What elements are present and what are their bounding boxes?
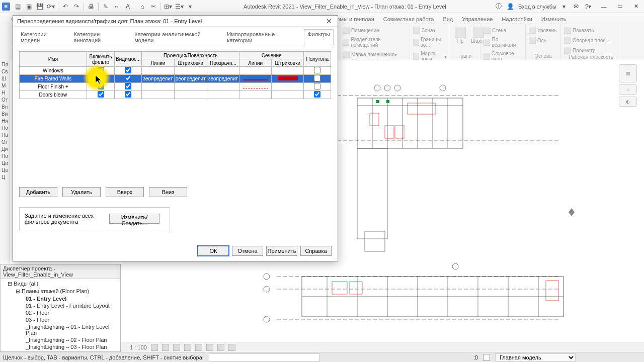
tree-node-7[interactable]: _InsightLighting – 02 - Floor Plan — [2, 336, 119, 343]
visual-style-icon[interactable] — [162, 344, 169, 351]
qat-text[interactable]: A — [123, 2, 132, 11]
rp-wall[interactable]: Пр — [453, 26, 467, 44]
halftone-checkbox[interactable] — [314, 91, 320, 98]
dialog-tab-2[interactable]: Категории аналитической модели — [131, 29, 223, 45]
qat-new[interactable]: ▣ — [24, 2, 33, 11]
user-icon[interactable]: 👤 — [506, 2, 515, 11]
apply-button[interactable]: Применить — [266, 246, 297, 256]
ok-button[interactable]: ОК — [198, 246, 229, 256]
rp-level[interactable]: Уровень — [529, 27, 557, 34]
visibility-checkbox[interactable] — [125, 75, 131, 81]
rp-refplane[interactable]: Опорная плос... — [564, 37, 610, 44]
tree-node-4[interactable]: 02 - Floor — [2, 309, 119, 316]
halftone-checkbox[interactable] — [314, 75, 320, 81]
halftone-checkbox[interactable] — [314, 83, 320, 89]
nav-wheel[interactable]: ◐ — [619, 97, 637, 107]
view-scale[interactable]: 1 : 100 — [130, 344, 147, 350]
revit-icon: R — [2, 3, 10, 11]
login-link[interactable]: Вход в службы — [518, 4, 556, 10]
ribbon-tab-11[interactable]: Вид — [439, 15, 457, 24]
tree-node-5[interactable]: 03 - Floor — [2, 316, 119, 323]
qat-open[interactable]: ▤ — [13, 2, 22, 11]
ribbon-tab-12[interactable]: Управление — [458, 15, 497, 24]
ribbon-tab-14[interactable]: Изменить — [537, 15, 571, 24]
dialog-close-button[interactable]: ✕ — [325, 17, 334, 26]
nav-home[interactable]: ⌂ — [619, 84, 637, 95]
rp-sep[interactable]: Разделитель помещений — [343, 37, 407, 48]
filter-row-2[interactable]: Floor Finish + — [20, 83, 331, 91]
tree-node-2[interactable]: 01 - Entry Level — [2, 295, 119, 302]
ribbon-tab-10[interactable]: Совместная работа — [379, 15, 438, 24]
enable-checkbox[interactable] — [98, 67, 104, 73]
rp-grid[interactable]: Ось — [529, 37, 546, 44]
project-browser-tree[interactable]: ⊟ Виды (all)⊟ Планы этажей (Floor Plan)0… — [1, 279, 120, 357]
info-icon[interactable]: ⓘ — [494, 2, 503, 11]
dialog-tab-3[interactable]: Импортированные категории — [223, 29, 304, 45]
up-button[interactable]: Вверх — [106, 187, 144, 197]
dialog-tab-1[interactable]: Категории аннотаций — [70, 29, 131, 45]
qat-meas[interactable]: ✎ — [101, 2, 110, 11]
status-bar: Щелчок - выбор, TAB - варианты, CTRL - д… — [0, 352, 644, 362]
enable-checkbox[interactable] — [98, 83, 104, 89]
render-icon[interactable] — [195, 344, 202, 351]
cancel-button[interactable]: Отмена — [232, 246, 263, 256]
sun-icon[interactable] — [173, 344, 180, 351]
detail-icon[interactable] — [151, 344, 158, 351]
hide-icon[interactable] — [217, 344, 224, 351]
shadow-icon[interactable] — [184, 344, 191, 351]
enable-checkbox[interactable] — [98, 91, 104, 98]
tree-node-8[interactable]: _InsightLighting – 03 - Floor Plan — [2, 343, 119, 350]
model-select[interactable]: Главная модель — [495, 353, 576, 361]
visibility-checkbox[interactable] — [125, 67, 131, 73]
filters-table[interactable]: Имя Включить фильтр Видимос... Проекция/… — [19, 51, 331, 99]
qat-sect[interactable]: ✂ — [149, 2, 158, 11]
delete-button[interactable]: Удалить — [62, 187, 101, 197]
dialog-tab-4[interactable]: Фильтры — [304, 29, 334, 45]
msg-icon[interactable]: ✉ — [572, 2, 581, 11]
rp-show[interactable]: Показать — [564, 27, 594, 34]
qat-undo[interactable]: ↶ — [61, 2, 70, 11]
filter-row-0[interactable]: Windows — [20, 67, 331, 75]
ribbon-tab-13[interactable]: Надстройки — [498, 15, 536, 24]
dialog-tab-0[interactable]: Категории модели — [17, 29, 70, 45]
window-maximize[interactable]: ▭ — [615, 2, 625, 11]
rp-viewer[interactable]: Просмотр — [564, 47, 596, 54]
tree-node-6[interactable]: _InsightLighting – 01 - Entry Level Plan — [2, 323, 119, 336]
workset-icon[interactable] — [483, 354, 490, 361]
qat-thin[interactable]: ☰▾ — [175, 2, 184, 11]
window-minimize[interactable]: — — [599, 2, 609, 11]
tree-node-0[interactable]: ⊟ Виды (all) — [2, 280, 119, 288]
tree-node-3[interactable]: 01 - Entry Level - Furniture Layout — [2, 302, 119, 309]
add-button[interactable]: Добавить — [19, 187, 57, 197]
crop-icon[interactable] — [206, 344, 213, 351]
qat-close[interactable]: ▾ — [186, 2, 195, 11]
type-selector[interactable] — [209, 353, 319, 361]
filter-row-3[interactable]: Doors bleow — [20, 91, 331, 99]
visibility-checkbox[interactable] — [125, 83, 131, 89]
visibility-checkbox[interactable] — [125, 91, 131, 98]
qat-view[interactable]: ⊞▾ — [164, 2, 173, 11]
qat-3d[interactable]: ⌂ — [138, 2, 147, 11]
rp-tag[interactable]: Марка помещения ▾ — [343, 51, 397, 58]
login-dropdown[interactable]: ▾ — [559, 2, 569, 11]
rp-room[interactable]: Помещение — [343, 27, 379, 34]
help-button[interactable]: Справка — [300, 246, 332, 256]
edit-create-button[interactable]: Изменить/Создать... — [109, 214, 159, 224]
dialog-title-bar[interactable]: Переопределения видимости/графики для: П… — [13, 16, 338, 27]
svg-point-10 — [394, 85, 400, 91]
qat-print[interactable]: 🖶 — [87, 2, 96, 11]
qat-sync[interactable]: ⟳▾ — [46, 2, 55, 11]
qat-dim[interactable]: ↔ — [112, 2, 121, 11]
enable-checkbox[interactable] — [98, 75, 104, 81]
reveal-icon[interactable] — [228, 344, 235, 351]
filter-row-1[interactable]: Fire Rated Wallsзеопределитреопределитзе… — [20, 75, 331, 83]
navigation-widget[interactable]: ▦ ⌂ ◐ — [619, 64, 639, 109]
qat-redo[interactable]: ↷ — [72, 2, 81, 11]
help-icon[interactable]: ?▾ — [584, 2, 593, 11]
tree-node-1[interactable]: ⊟ Планы этажей (Floor Plan) — [2, 288, 119, 295]
qat-save[interactable]: 💾 — [35, 2, 44, 11]
window-close[interactable]: ✕ — [631, 2, 641, 11]
halftone-checkbox[interactable] — [314, 67, 320, 73]
down-button[interactable]: Вниз — [149, 187, 187, 197]
view-cube[interactable]: ▦ — [619, 64, 637, 82]
